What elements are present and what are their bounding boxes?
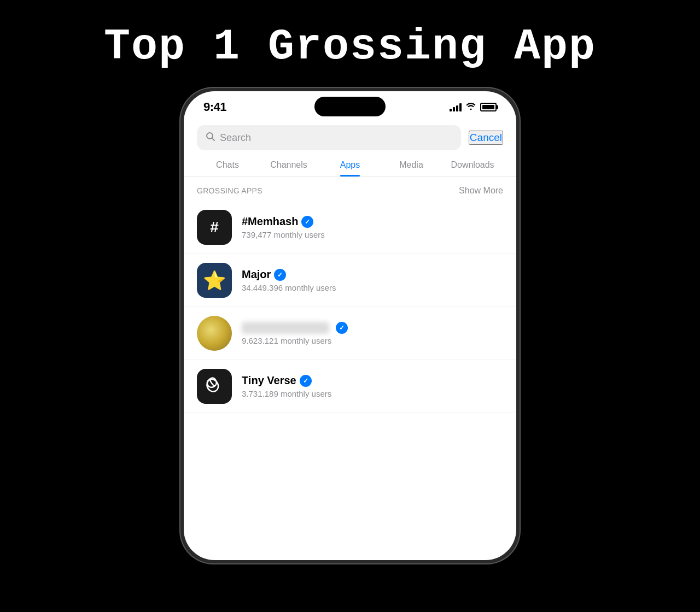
app-icon-memhash: # [197,210,232,245]
show-more-button[interactable]: Show More [459,186,503,196]
phone-shell: 9:41 [180,88,520,563]
wifi-icon [466,102,476,112]
status-time: 9:41 [203,100,226,114]
page-headline: Top 1 Grossing App [104,22,596,72]
section-title: GROSSING APPS [197,186,262,195]
tab-media[interactable]: Media [381,155,442,176]
search-placeholder: Search [220,132,251,144]
app-info-memhash: #Memhash 739,477 monthly users [242,215,503,239]
app-name-row: #Memhash [242,215,503,228]
svg-line-1 [212,138,215,140]
cancel-button[interactable]: Cancel [469,131,503,145]
list-item[interactable]: ⭐ Major 34.449.396 monthly users [184,254,516,307]
tab-downloads[interactable]: Downloads [442,155,503,176]
verified-badge [274,269,286,281]
verified-badge [301,216,313,228]
app-name-row [242,322,503,334]
tab-apps[interactable]: Apps [319,155,381,176]
verified-badge [336,322,348,334]
status-bar: 9:41 [184,91,516,119]
battery-icon [480,103,497,111]
app-name-row: Tiny Verse [242,374,503,387]
list-item[interactable]: # #Memhash 739,477 monthly users [184,201,516,254]
status-icons [450,102,497,112]
list-item[interactable]: Tiny Verse 3.731.189 monthly users [184,360,516,413]
app-users: 34.449.396 monthly users [242,283,503,292]
app-icon-major: ⭐ [197,263,232,298]
memhash-symbol: # [210,219,219,236]
blurred-app-name [242,322,329,334]
app-name: #Memhash [242,215,298,228]
list-item[interactable]: 9.623.121 monthly users [184,307,516,360]
search-icon [206,132,215,144]
dynamic-island [314,97,386,116]
major-symbol: ⭐ [203,269,226,291]
app-users: 9.623.121 monthly users [242,336,503,345]
tabs-bar: Chats Channels Apps Media Downloads [184,155,516,177]
search-area: Search Cancel [184,119,516,155]
signal-icon [450,103,462,111]
app-icon-tinyverse [197,369,232,404]
app-info-major: Major 34.449.396 monthly users [242,268,503,292]
phone-screen: 9:41 [184,91,516,560]
tinyverse-spiral-icon [204,376,225,397]
section-header: GROSSING APPS Show More [184,177,516,201]
app-info-tinyverse: Tiny Verse 3.731.189 monthly users [242,374,503,398]
app-users: 3.731.189 monthly users [242,389,503,398]
app-name: Tiny Verse [242,374,296,387]
tab-channels[interactable]: Channels [258,155,319,176]
app-name: Major [242,268,271,281]
app-users: 739,477 monthly users [242,230,503,239]
verified-badge [300,375,312,387]
app-icon-blurred [197,316,232,351]
app-list: # #Memhash 739,477 monthly users ⭐ [184,201,516,560]
app-name-row: Major [242,268,503,281]
search-bar[interactable]: Search [197,125,461,150]
tab-chats[interactable]: Chats [197,155,258,176]
app-info-blurred: 9.623.121 monthly users [242,322,503,345]
